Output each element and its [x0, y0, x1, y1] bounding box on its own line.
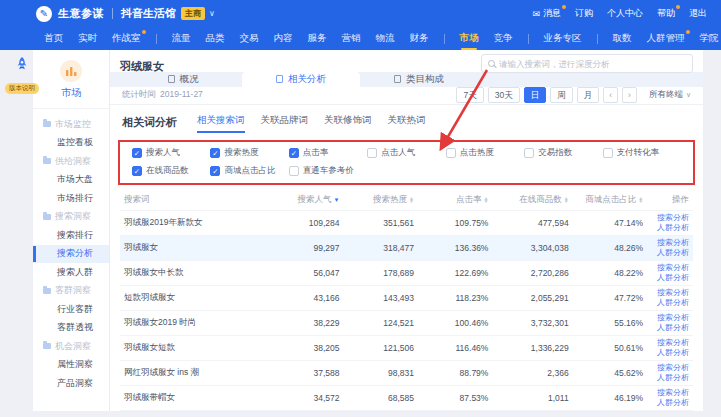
- search-analysis-link[interactable]: 搜索分析: [657, 238, 689, 248]
- search-heat-cell: 98,831: [343, 368, 417, 378]
- search-analysis-link[interactable]: 搜索分析: [657, 313, 689, 323]
- nav-competition[interactable]: 竞争: [494, 27, 513, 50]
- subtab-related-modifier-words[interactable]: 关联修饰词: [324, 114, 372, 131]
- nav-traffic[interactable]: 流量: [172, 27, 191, 50]
- table-row[interactable]: 羽绒服女2019 时尚 38,229 124,521 100.46% 3,732…: [120, 311, 693, 336]
- sidebar-group-supply-insight[interactable]: 供给洞察: [33, 152, 109, 171]
- search-analysis-link[interactable]: 搜索分析: [657, 363, 689, 373]
- audience-analysis-link[interactable]: 人群分析: [657, 348, 689, 358]
- audience-analysis-link[interactable]: 人群分析: [657, 398, 689, 408]
- audience-analysis-link[interactable]: 人群分析: [657, 323, 689, 333]
- stats-toolbar: 统计时间 2019-11-27 7天 30天 日 周 月 ‹ › 所有终端 ∨: [110, 87, 703, 105]
- audience-analysis-link[interactable]: 人群分析: [657, 248, 689, 258]
- profile-link[interactable]: 个人中心: [607, 7, 643, 20]
- sidebar-group-market-monitor[interactable]: 市场监控: [33, 115, 109, 134]
- table-row[interactable]: 羽绒服2019年新款女 109,284 351,561 109.75% 477,…: [120, 211, 693, 236]
- nav-logistics[interactable]: 物流: [376, 27, 395, 50]
- search-analysis-link[interactable]: 搜索分析: [657, 388, 689, 398]
- audience-analysis-link[interactable]: 人群分析: [657, 223, 689, 233]
- subtab-related-search-words[interactable]: 相关搜索词: [197, 114, 245, 131]
- table-row[interactable]: 羽绒服女短款 38,205 121,506 116.46% 1,336,229 …: [120, 336, 693, 361]
- prev-period-button[interactable]: ‹: [603, 87, 618, 103]
- sidebar-group-customer-insight[interactable]: 客群洞察: [33, 282, 109, 301]
- filter-click-popularity[interactable]: 点击人气: [367, 147, 445, 159]
- logout-link[interactable]: 退出: [689, 7, 707, 20]
- nav-category[interactable]: 品类: [206, 27, 225, 50]
- range-30d-button[interactable]: 30天: [488, 87, 520, 103]
- nav-home[interactable]: 首页: [44, 27, 63, 50]
- pen-icon: ✎: [40, 8, 48, 19]
- sidebar-item-customer-perspective[interactable]: 客群透视: [33, 319, 109, 338]
- tab-overview[interactable]: 概况: [124, 72, 242, 87]
- table-row[interactable]: 短款羽绒服女 43,166 143,493 118.23% 2,055,291 …: [120, 286, 693, 311]
- nav-marketing[interactable]: 营销: [342, 27, 361, 50]
- audience-analysis-link[interactable]: 人群分析: [657, 298, 689, 308]
- filter-click-heat[interactable]: 点击热度: [446, 147, 524, 159]
- subscribe-link[interactable]: 订购: [575, 7, 593, 20]
- sidebar-group-search-insight[interactable]: 搜索洞察: [33, 208, 109, 227]
- terminal-filter-dropdown[interactable]: 所有终端 ∨: [649, 89, 691, 101]
- sidebar-item-product-insight[interactable]: 产品洞察: [33, 374, 109, 393]
- nav-trade[interactable]: 交易: [240, 27, 259, 50]
- range-week-button[interactable]: 周: [550, 87, 573, 103]
- next-period-button[interactable]: ›: [622, 87, 637, 103]
- table-row[interactable]: 网红羽绒服女 ins 潮 37,588 98,831 88.79% 2,366 …: [120, 361, 693, 386]
- chevron-down-icon[interactable]: ∨: [209, 9, 215, 18]
- filter-click-rate[interactable]: ✓点击率: [289, 147, 367, 159]
- nav-audience-mgmt[interactable]: 人群管理: [647, 27, 685, 50]
- tab-related-analysis[interactable]: 相关分析: [242, 72, 360, 87]
- sidebar-item-search-audience[interactable]: 搜索人群: [33, 263, 109, 282]
- sidebar-item-market-ranking[interactable]: 市场排行: [33, 189, 109, 208]
- tab-label: 类目构成: [406, 73, 444, 86]
- version-notes-widget[interactable]: 版本说明: [2, 56, 42, 94]
- nav-realtime[interactable]: 实时: [78, 27, 97, 50]
- filter-search-heat[interactable]: ✓搜索热度: [210, 147, 288, 159]
- sidebar-item-search-analysis[interactable]: 搜索分析: [33, 245, 109, 264]
- help-link[interactable]: 帮助: [657, 7, 675, 20]
- nav-service[interactable]: 服务: [308, 27, 327, 50]
- sidebar-item-industry-customers[interactable]: 行业客群: [33, 300, 109, 319]
- search-analysis-link[interactable]: 搜索分析: [657, 263, 689, 273]
- table-row[interactable]: 羽绒服女中长款 56,047 178,689 122.69% 2,720,286…: [120, 261, 693, 286]
- filter-payment-conversion[interactable]: 支付转化率: [603, 147, 681, 159]
- col-search-heat[interactable]: 搜索热度▲▼: [343, 194, 417, 206]
- nav-business-zone[interactable]: 业务专区: [544, 27, 582, 50]
- subtab-related-brand-words[interactable]: 关联品牌词: [261, 114, 309, 131]
- nav-academy[interactable]: 学院: [700, 27, 719, 50]
- filter-mall-click-share[interactable]: ✓商城点击占比: [210, 165, 288, 177]
- tab-category-composition[interactable]: 类目构成: [360, 72, 478, 87]
- messages-link[interactable]: ✉ 消息: [532, 7, 561, 20]
- table-row[interactable]: 羽绒服带帽女 34,572 68,585 87.53% 1,011 46.19%…: [120, 386, 693, 411]
- search-input[interactable]: [499, 59, 686, 69]
- nav-war-room[interactable]: 作战室: [112, 27, 141, 50]
- search-analysis-link[interactable]: 搜索分析: [657, 213, 689, 223]
- nav-content[interactable]: 内容: [274, 27, 293, 50]
- nav-divider: [156, 34, 157, 44]
- sidebar-item-market-overview[interactable]: 市场大盘: [33, 171, 109, 190]
- sidebar-item-monitor-board[interactable]: 监控看板: [33, 134, 109, 153]
- range-day-button[interactable]: 日: [524, 87, 547, 103]
- table-row[interactable]: 羽绒服女 99,297 318,477 136.36% 3,304,038 48…: [120, 236, 693, 261]
- filter-label: 直通车参考价: [303, 165, 354, 177]
- sidebar-item-attribute-insight[interactable]: 属性洞察: [33, 356, 109, 375]
- nav-data-fetch[interactable]: 取数: [613, 27, 632, 50]
- col-mall-click-share[interactable]: 商城点击占比▲▼: [573, 194, 647, 206]
- filter-trade-index[interactable]: 交易指数: [524, 147, 602, 159]
- filter-search-popularity[interactable]: ✓搜索人气: [132, 147, 210, 159]
- col-online-products[interactable]: 在线商品数▲▼: [492, 194, 572, 206]
- filter-online-products[interactable]: ✓在线商品数: [132, 165, 210, 177]
- search-analysis-link[interactable]: 搜索分析: [657, 338, 689, 348]
- sidebar-item-search-ranking[interactable]: 搜索排行: [33, 226, 109, 245]
- range-7d-button[interactable]: 7天: [456, 87, 483, 103]
- range-month-button[interactable]: 月: [577, 87, 600, 103]
- sidebar-group-opportunity-insight[interactable]: 机会洞察: [33, 337, 109, 356]
- col-search-popularity[interactable]: 搜索人气▼: [275, 194, 344, 206]
- subtab-related-hot-words[interactable]: 关联热词: [388, 114, 426, 131]
- audience-analysis-link[interactable]: 人群分析: [657, 373, 689, 383]
- col-click-rate[interactable]: 点击率▲▼: [418, 194, 492, 206]
- search-analysis-link[interactable]: 搜索分析: [657, 288, 689, 298]
- nav-finance[interactable]: 财务: [410, 27, 429, 50]
- audience-analysis-link[interactable]: 人群分析: [657, 273, 689, 283]
- filter-train-reference-price[interactable]: 直通车参考价: [289, 165, 367, 177]
- nav-market[interactable]: 市场: [460, 27, 479, 50]
